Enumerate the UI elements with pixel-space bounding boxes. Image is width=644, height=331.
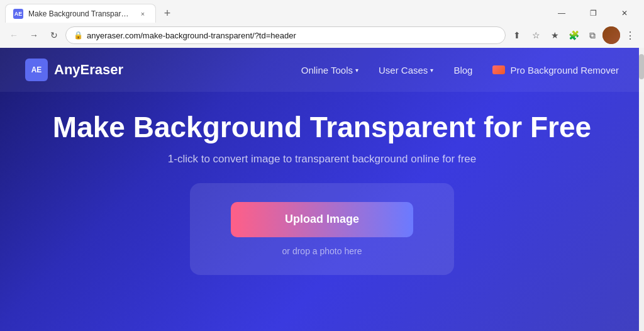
profile-button[interactable] — [602, 26, 620, 44]
star-button[interactable]: ★ — [546, 26, 564, 44]
user-cases-nav[interactable]: User Cases ▾ — [379, 65, 433, 76]
refresh-icon: ↻ — [50, 30, 58, 40]
back-button[interactable]: ← — [5, 26, 23, 44]
online-tools-nav[interactable]: Online Tools ▾ — [301, 65, 358, 76]
tab-close-button[interactable]: × — [138, 9, 148, 19]
site-nav-links: Online Tools ▾ User Cases ▾ Blog Pro Bac… — [301, 65, 619, 76]
extensions-icon: 🧩 — [569, 30, 579, 40]
close-icon: ✕ — [621, 9, 628, 18]
menu-icon: ⋮ — [625, 30, 635, 42]
logo-text: AnyEraser — [54, 62, 123, 78]
browser-tab[interactable]: AE Make Background Transparen… × — [5, 4, 156, 23]
profile-avatar — [602, 26, 620, 44]
website-content: AE AnyEraser Online Tools ▾ User Cases ▾… — [0, 48, 644, 331]
maximize-button[interactable]: ❐ — [579, 4, 608, 23]
forward-button[interactable]: → — [25, 26, 43, 44]
site-navigation: AE AnyEraser Online Tools ▾ User Cases ▾… — [0, 48, 644, 92]
back-icon: ← — [9, 30, 18, 40]
blog-label: Blog — [453, 65, 472, 76]
minimize-button[interactable]: — — [547, 4, 576, 23]
star-icon: ★ — [551, 30, 559, 40]
upload-image-button[interactable]: Upload Image — [231, 202, 413, 237]
address-bar: ← → ↻ 🔒 anyeraser.com/make-background-tr… — [0, 23, 644, 48]
share-button[interactable]: ⬆ — [508, 26, 526, 44]
new-tab-button[interactable]: + — [158, 4, 176, 22]
maximize-icon: ❐ — [590, 9, 597, 18]
minimize-icon: — — [558, 9, 565, 18]
pro-background-remover-button[interactable]: Pro Background Remover — [492, 65, 619, 76]
tab-title: Make Background Transparen… — [28, 9, 133, 18]
tab-favicon: AE — [13, 9, 23, 19]
address-actions: ⬆ ☆ ★ 🧩 ⧉ ⋮ — [508, 26, 639, 44]
hero-title: Make Background Transparent for Free — [53, 111, 591, 144]
close-button[interactable]: ✕ — [610, 4, 639, 23]
split-icon: ⧉ — [589, 30, 596, 41]
drop-text: or drop a photo here — [282, 246, 362, 256]
online-tools-chevron-icon: ▾ — [355, 67, 358, 74]
forward-icon: → — [30, 30, 38, 40]
logo-icon: AE — [25, 59, 48, 81]
url-text: anyeraser.com/make-background-transparen… — [87, 31, 296, 40]
site-logo[interactable]: AE AnyEraser — [25, 59, 123, 81]
hero-section: Make Background Transparent for Free 1-c… — [0, 92, 644, 275]
browser-menu-button[interactable]: ⋮ — [621, 26, 639, 44]
extensions-button[interactable]: 🧩 — [565, 26, 582, 44]
title-bar: AE Make Background Transparen… × + — ❐ ✕ — [0, 0, 644, 23]
user-cases-chevron-icon: ▾ — [430, 67, 433, 74]
blog-nav[interactable]: Blog — [453, 65, 472, 76]
online-tools-label: Online Tools — [301, 65, 353, 76]
split-view-button[interactable]: ⧉ — [584, 26, 601, 44]
refresh-button[interactable]: ↻ — [45, 26, 63, 44]
upload-area: Upload Image or drop a photo here — [190, 183, 454, 275]
window-controls: — ❐ ✕ — [547, 4, 639, 23]
bookmark-icon: ☆ — [532, 30, 540, 40]
share-icon: ⬆ — [513, 30, 521, 40]
browser-chrome: AE Make Background Transparen… × + — ❐ ✕… — [0, 0, 644, 48]
bookmark-button[interactable]: ☆ — [527, 26, 545, 44]
user-cases-label: User Cases — [379, 65, 428, 76]
lock-icon: 🔒 — [74, 31, 83, 40]
pro-icon — [492, 65, 505, 74]
hero-subtitle: 1-click to convert image to transparent … — [168, 153, 476, 166]
pro-label: Pro Background Remover — [510, 65, 619, 76]
url-bar[interactable]: 🔒 anyeraser.com/make-background-transpar… — [65, 26, 506, 44]
